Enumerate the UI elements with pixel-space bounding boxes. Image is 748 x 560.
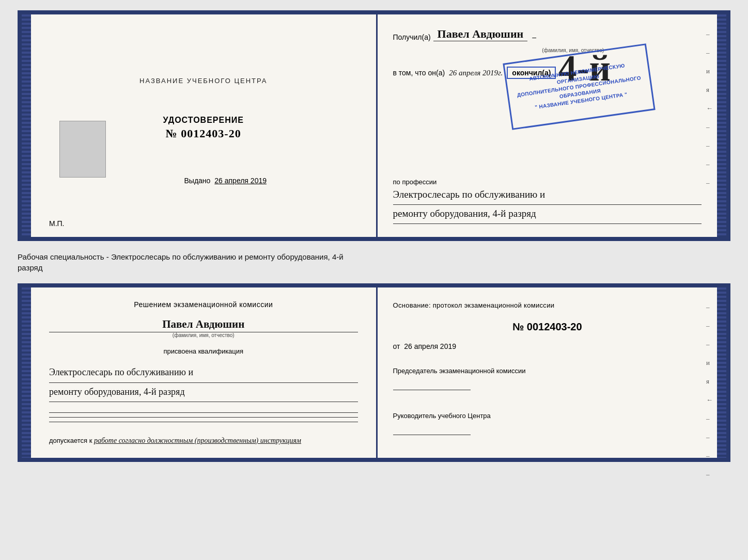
spine-left-decoration [22, 14, 31, 237]
bottom-right-page: Основание: протокол экзаменационной коми… [378, 287, 718, 457]
po-professii-label: по профессии [393, 178, 702, 186]
profession-line2: ремонту оборудования, 4-й разряд [393, 205, 702, 224]
bottom-side-dashes: – – – и я ← – – – – [706, 303, 713, 478]
ot-line: от 26 апреля 2019 [393, 342, 702, 350]
spine-right-decoration [717, 14, 726, 237]
vtom-date: 26 апреля 2019г. [449, 69, 503, 77]
bottom-name: Павел Авдюшин [49, 318, 358, 332]
separator-line2: разряд [18, 262, 730, 273]
top-document: НАЗВАНИЕ УЧЕБНОГО ЦЕНТРА УДОСТОВЕРЕНИЕ №… [18, 10, 730, 241]
poluchil-line: Получил(a) Павел Авдюшин – [393, 27, 702, 41]
predsedatel-label: Председатель экзаменационной комиссии [393, 366, 702, 376]
top-right-page: Получил(a) Павел Авдюшин – (фамилия, имя… [378, 14, 718, 237]
komissia-title: Решением экзаменационной комиссии [49, 300, 358, 309]
bottom-name-hint: (фамилия, имя, отчество) [49, 332, 358, 338]
vtom-label: в том, что он(a) [393, 69, 445, 77]
udostoverenie-number: № 0012403-20 [166, 127, 241, 140]
rukovoditel-block: Руководитель учебного Центра [393, 411, 702, 438]
ot-date: 26 апреля 2019 [404, 342, 456, 350]
qualification-block: Электрослесарь по обслуживанию и ремонту… [49, 363, 358, 402]
separator-block: Рабочая специальность - Электрослесарь п… [18, 249, 730, 275]
profession-block: по профессии Электрослесарь по обслужива… [393, 173, 702, 224]
ot-label: от [393, 342, 400, 350]
bottom-spine-left [22, 287, 31, 457]
rukovoditel-label: Руководитель учебного Центра [393, 411, 702, 421]
mp-label: М.П. [49, 219, 65, 228]
separator-line1: Рабочая специальность - Электрослесарь п… [18, 251, 730, 262]
osnovanie-label: Основание: протокол экзаменационной коми… [393, 300, 702, 311]
prisvoena-label: присвоена квалификация [49, 347, 358, 355]
top-left-page: НАЗВАНИЕ УЧЕБНОГО ЦЕНТРА УДОСТОВЕРЕНИЕ №… [31, 14, 378, 237]
dopuskaetsya-block: допускается к работе согласно должностны… [49, 437, 358, 445]
dopuskaetsya-label: допускается к [49, 437, 92, 444]
qual-line1: Электрослесарь по обслуживанию и [49, 363, 358, 382]
protocol-number: № 0012403-20 [393, 321, 702, 333]
recipient-name: Павел Авдюшин [433, 27, 528, 41]
vydano-date: 26 апреля 2019 [214, 177, 267, 185]
udostoverenie-title: УДОСТОВЕРЕНИЕ [163, 116, 244, 125]
qual-line2: ремонту оборудования, 4-й разряд [49, 383, 358, 402]
dopuskaetsya-value: работе согласно должностным (производств… [94, 437, 301, 444]
predsedatel-block: Председатель экзаменационной комиссии [393, 366, 702, 393]
bottom-document: Решением экзаменационной комиссии Павел … [18, 283, 730, 461]
side-dashes-right: – – и я ← – – – – [706, 30, 713, 187]
profession-line1: Электрослесарь по обслуживанию и [393, 186, 702, 205]
center-title: НАЗВАНИЕ УЧЕБНОГО ЦЕНТРА [139, 77, 267, 85]
poluchil-label: Получил(a) [393, 33, 431, 41]
photo-placeholder [59, 121, 106, 178]
bottom-spine-right [717, 287, 726, 457]
rukovoditel-signature-line [393, 425, 471, 435]
bottom-left-page: Решением экзаменационной комиссии Павел … [31, 287, 378, 457]
predsedatel-signature-line [393, 380, 471, 390]
vydano-label: Выдано [184, 177, 211, 185]
organization-stamp: АВТОНОМНУЮ НЕКОММЕРЧЕСКУЮ ОРГАНИЗАЦИЮ ДО… [503, 43, 655, 130]
